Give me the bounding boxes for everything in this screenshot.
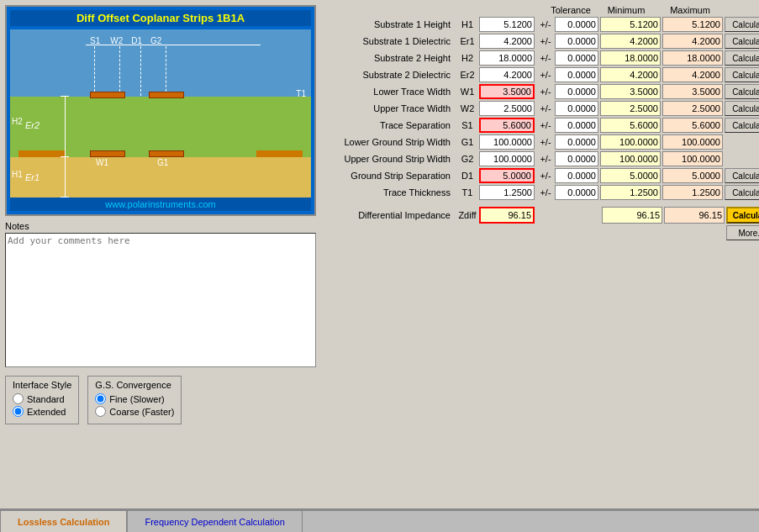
param-max-input-7[interactable] xyxy=(662,134,723,150)
param-value-input-10[interactable] xyxy=(479,185,535,200)
calc-btn-10[interactable]: Calculate xyxy=(725,185,759,200)
param-pm-3: +/- xyxy=(536,70,555,80)
notes-label: Notes xyxy=(5,221,316,231)
param-calc-cell-0: Calculate xyxy=(725,17,759,32)
param-tol-input-5[interactable] xyxy=(555,101,598,116)
param-label-6: Trace Separation xyxy=(321,120,456,130)
param-min-input-6[interactable] xyxy=(600,118,661,133)
more-button[interactable]: More... xyxy=(726,225,759,240)
param-calc-cell-4: Calculate xyxy=(725,84,759,99)
tab-frequency[interactable]: Frequency Dependent Calculation xyxy=(127,510,302,532)
param-max-input-3[interactable] xyxy=(662,67,723,82)
radio-fine[interactable] xyxy=(95,393,106,404)
param-value-input-9[interactable] xyxy=(479,168,535,183)
param-min-input-9[interactable] xyxy=(600,168,661,183)
param-symbol-0: H1 xyxy=(456,19,479,29)
param-min-input-5[interactable] xyxy=(600,101,661,116)
param-value-input-5[interactable] xyxy=(479,101,535,116)
calc-btn-0[interactable]: Calculate xyxy=(725,17,759,32)
param-max-input-5[interactable] xyxy=(662,101,723,116)
param-max-input-1[interactable] xyxy=(662,34,723,49)
param-min-input-0[interactable] xyxy=(600,17,661,32)
param-min-input-4[interactable] xyxy=(600,84,661,99)
notes-textarea[interactable] xyxy=(5,233,316,367)
param-pm-2: +/- xyxy=(536,53,555,63)
impedance-max-input[interactable] xyxy=(664,207,725,224)
calc-btn-9[interactable]: Calculate xyxy=(725,168,759,183)
param-max-input-2[interactable] xyxy=(662,50,723,66)
param-tol-input-7[interactable] xyxy=(555,134,598,150)
param-min-input-10[interactable] xyxy=(600,185,661,200)
param-value-input-8[interactable] xyxy=(479,151,535,166)
impedance-value-input[interactable] xyxy=(479,207,535,224)
param-value-input-7[interactable] xyxy=(479,134,535,150)
param-calc-cell-9: Calculate xyxy=(725,168,759,183)
param-min-input-3[interactable] xyxy=(600,67,661,82)
param-min-input-1[interactable] xyxy=(600,34,661,49)
param-tol-input-6[interactable] xyxy=(555,118,598,133)
param-pm-8: +/- xyxy=(536,154,555,164)
param-tol-input-3[interactable] xyxy=(555,67,598,82)
header-tolerance: Tolerance xyxy=(548,5,593,15)
param-tol-input-4[interactable] xyxy=(555,84,598,99)
calculate-impedance-button[interactable]: Calculate xyxy=(726,207,759,224)
impedance-min-input[interactable] xyxy=(602,207,662,224)
param-label-4: Lower Trace Width xyxy=(321,87,456,97)
param-symbol-9: D1 xyxy=(456,171,479,181)
interface-style-label: Interface Style xyxy=(13,380,71,390)
param-tol-input-8[interactable] xyxy=(555,151,598,166)
website-label: www.polarinstruments.com xyxy=(10,198,311,211)
param-row-6: Trace Separation S1 +/- Calculate xyxy=(321,118,759,133)
param-pm-1: +/- xyxy=(536,36,555,46)
param-value-input-0[interactable] xyxy=(479,17,535,32)
param-max-input-9[interactable] xyxy=(662,168,723,183)
param-max-input-0[interactable] xyxy=(662,17,723,32)
param-pm-5: +/- xyxy=(536,103,555,113)
calc-btn-3[interactable]: Calculate xyxy=(725,67,759,82)
param-value-input-4[interactable] xyxy=(479,84,535,99)
calc-btn-6[interactable]: Calculate xyxy=(725,118,759,133)
params-header: Tolerance Minimum Maximum xyxy=(321,5,759,15)
param-value-input-1[interactable] xyxy=(479,34,535,49)
param-min-input-7[interactable] xyxy=(600,134,661,150)
param-calc-cell-6: Calculate xyxy=(725,118,759,133)
param-max-input-10[interactable] xyxy=(662,185,723,200)
param-max-input-6[interactable] xyxy=(662,118,723,133)
param-calc-cell-5: Calculate xyxy=(725,101,759,116)
tab-lossless[interactable]: Lossless Calculation xyxy=(0,510,127,532)
calc-btn-1[interactable]: Calculate xyxy=(725,34,759,49)
radio-standard-label: Standard xyxy=(27,394,65,404)
param-row-4: Lower Trace Width W1 +/- Calculate xyxy=(321,84,759,99)
calc-btn-4[interactable]: Calculate xyxy=(725,84,759,99)
param-value-input-2[interactable] xyxy=(479,50,535,66)
radio-standard[interactable] xyxy=(13,393,24,404)
param-min-input-2[interactable] xyxy=(600,50,661,66)
impedance-row: Differential Impedance Zdiff Calculate xyxy=(321,207,759,224)
label-w1: W1 xyxy=(96,158,108,167)
label-er1: Er1 xyxy=(25,172,40,182)
param-tol-input-0[interactable] xyxy=(555,17,598,32)
param-rows: Substrate 1 Height H1 +/- Calculate Subs… xyxy=(321,17,759,200)
param-value-input-6[interactable] xyxy=(479,118,535,133)
param-max-input-4[interactable] xyxy=(662,84,723,99)
calc-btn-5[interactable]: Calculate xyxy=(725,101,759,116)
param-value-input-3[interactable] xyxy=(479,67,535,82)
param-tol-input-2[interactable] xyxy=(555,50,598,66)
param-label-1: Substrate 1 Dielectric xyxy=(321,36,456,46)
param-label-2: Substrate 2 Height xyxy=(321,53,456,63)
radio-coarse[interactable] xyxy=(95,406,106,417)
param-symbol-1: Er1 xyxy=(456,36,479,46)
param-max-input-8[interactable] xyxy=(662,151,723,166)
param-pm-6: +/- xyxy=(536,120,555,130)
param-min-input-8[interactable] xyxy=(600,151,661,166)
param-tol-input-1[interactable] xyxy=(555,34,598,49)
calc-btn-2[interactable]: Calculate xyxy=(725,50,759,66)
param-tol-input-9[interactable] xyxy=(555,168,598,183)
gs-convergence-group: G.S. Convergence Fine (Slower) Coarse (F… xyxy=(87,376,182,424)
impedance-symbol: Zdiff xyxy=(456,210,479,220)
param-row-7: Lower Ground Strip Width G1 +/- xyxy=(321,134,759,150)
label-h2: H2 xyxy=(12,117,23,126)
param-tol-input-10[interactable] xyxy=(555,185,598,200)
label-g1: G1 xyxy=(157,158,168,167)
radio-extended[interactable] xyxy=(13,406,24,417)
